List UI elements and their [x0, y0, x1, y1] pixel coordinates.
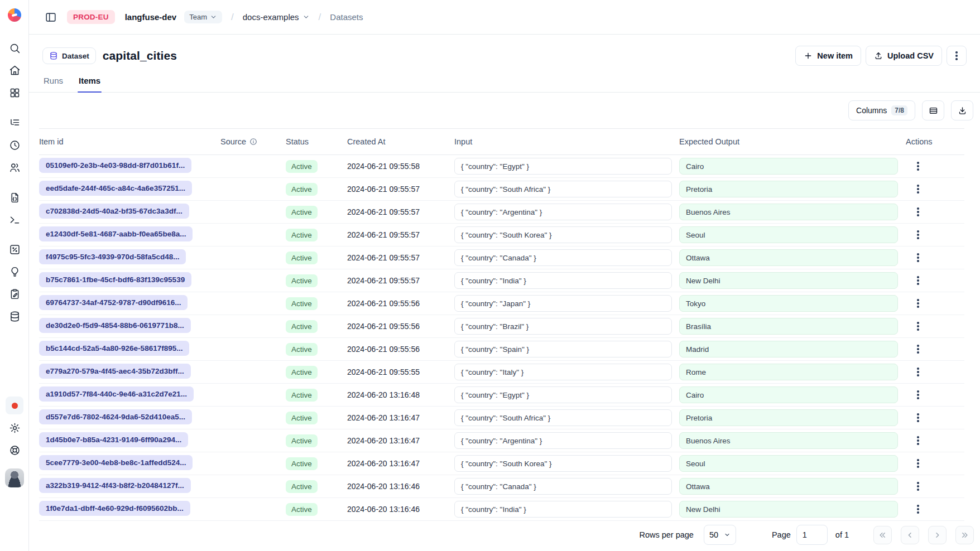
sidebar-item-prompts[interactable] — [6, 188, 23, 206]
sidebar-toggle-button[interactable] — [42, 9, 59, 26]
column-header-status[interactable]: Status — [286, 137, 347, 146]
sidebar-item-tracing[interactable] — [6, 114, 23, 132]
expected-output-value[interactable]: Brasília — [679, 318, 898, 335]
row-actions-button[interactable] — [910, 411, 926, 424]
org-name[interactable]: langfuse-dev — [125, 12, 177, 22]
row-actions-button[interactable] — [910, 228, 926, 241]
input-value[interactable]: { "country": "Italy" } — [454, 364, 672, 380]
row-actions-button[interactable] — [910, 274, 926, 287]
item-id-link[interactable]: e779a270-579a-4f45-aec4-35b72d3bff... — [39, 364, 191, 379]
sidebar-item-playground[interactable] — [6, 240, 23, 258]
row-actions-button[interactable] — [910, 320, 926, 333]
input-value[interactable]: { "country": "South Korea" } — [454, 455, 672, 472]
input-value[interactable]: { "country": "India" } — [454, 272, 672, 289]
row-actions-button[interactable] — [910, 160, 926, 173]
dataset-actions-button[interactable] — [947, 46, 967, 66]
org-type-badge[interactable]: Team — [184, 11, 222, 23]
item-id-link[interactable]: e12430df-5e81-4687-aabb-f0ea65be8a... — [39, 226, 193, 241]
sidebar-item-annotation[interactable] — [6, 285, 23, 303]
sidebar-item-sessions[interactable] — [6, 136, 23, 154]
item-id-link[interactable]: 1d45b0e7-b85a-4231-9149-6ff90a294... — [39, 432, 188, 447]
row-actions-button[interactable] — [910, 434, 926, 447]
expected-output-value[interactable]: Madrid — [679, 341, 898, 357]
row-actions-button[interactable] — [910, 297, 926, 310]
input-value[interactable]: { "country": "Japan" } — [454, 295, 672, 312]
input-value[interactable]: { "country": "Brazil" } — [454, 318, 672, 335]
page-input[interactable] — [796, 525, 828, 545]
input-value[interactable]: { "country": "Egypt" } — [454, 158, 672, 175]
expected-output-value[interactable]: Pretoria — [679, 181, 898, 197]
row-actions-button[interactable] — [910, 502, 926, 516]
sidebar-item-home[interactable] — [6, 61, 23, 79]
sidebar-item-settings[interactable] — [6, 419, 23, 437]
column-header-input[interactable]: Input — [454, 137, 679, 146]
sidebar-item-evaluation[interactable] — [6, 263, 23, 281]
item-id-link[interactable]: 1f0e7da1-dbff-4e60-929d-f6095602bb... — [39, 501, 190, 516]
tab-items[interactable]: Items — [78, 76, 102, 92]
input-value[interactable]: { "country": "Argentina" } — [454, 204, 672, 220]
expected-output-value[interactable]: Ottawa — [679, 478, 898, 495]
row-actions-button[interactable] — [910, 342, 926, 356]
input-value[interactable]: { "country": "Egypt" } — [454, 386, 672, 403]
row-actions-button[interactable] — [910, 457, 926, 470]
recording-indicator[interactable] — [6, 397, 23, 414]
input-value[interactable]: { "country": "Argentina" } — [454, 432, 672, 449]
breadcrumb-section[interactable]: Datasets — [330, 12, 363, 22]
item-id-link[interactable]: b5c144cd-52a5-4a80-926e-58617f895... — [39, 341, 189, 356]
input-value[interactable]: { "country": "India" } — [454, 501, 672, 518]
breadcrumb-project[interactable]: docs-examples — [243, 12, 310, 22]
item-id-link[interactable]: a322b319-9412-4f43-b8f2-b20484127f... — [39, 478, 191, 493]
expected-output-value[interactable]: Cairo — [679, 158, 898, 175]
columns-button[interactable]: Columns 7/8 — [848, 100, 915, 120]
expected-output-value[interactable]: Pretoria — [679, 409, 898, 426]
row-actions-button[interactable] — [910, 251, 926, 264]
input-value[interactable]: { "country": "Spain" } — [454, 341, 672, 357]
row-actions-button[interactable] — [910, 388, 926, 402]
first-page-button[interactable] — [873, 526, 892, 544]
expected-output-value[interactable]: Buenos Aires — [679, 432, 898, 449]
row-actions-button[interactable] — [910, 480, 926, 493]
previous-page-button[interactable] — [901, 526, 919, 544]
item-id-link[interactable]: d557e7d6-7802-4624-9da6-52d410ea5... — [39, 409, 192, 424]
input-value[interactable]: { "country": "South Africa" } — [454, 409, 672, 426]
expected-output-value[interactable]: Seoul — [679, 226, 898, 243]
rows-per-page-select[interactable]: 50 — [704, 525, 736, 545]
item-id-link[interactable]: b75c7861-1fbe-45cf-bdf6-83f139c95539 — [39, 272, 191, 287]
row-actions-button[interactable] — [910, 182, 926, 196]
column-header-expected-output[interactable]: Expected Output — [679, 137, 906, 146]
item-id-link[interactable]: 05109ef0-2e3b-4e03-98dd-8f7d01b61f... — [39, 158, 191, 173]
expected-output-value[interactable]: Rome — [679, 364, 898, 380]
sidebar-item-users[interactable] — [6, 158, 23, 176]
expected-output-value[interactable]: New Delhi — [679, 272, 898, 289]
item-id-link[interactable]: 69764737-34af-4752-9787-d90df9616... — [39, 295, 188, 310]
item-id-link[interactable]: a1910d57-7f84-440c-9e46-a31c2d7e21... — [39, 386, 194, 402]
column-header-source[interactable]: Source — [220, 137, 286, 146]
sidebar-item-search[interactable] — [6, 39, 23, 57]
sidebar-item-datasets[interactable] — [6, 307, 23, 325]
expected-output-value[interactable]: Tokyo — [679, 295, 898, 312]
expected-output-value[interactable]: Buenos Aires — [679, 204, 898, 220]
row-actions-button[interactable] — [910, 365, 926, 379]
upload-csv-button[interactable]: Upload CSV — [866, 46, 942, 66]
export-button[interactable] — [951, 100, 973, 120]
input-value[interactable]: { "country": "Canada" } — [454, 478, 672, 495]
item-id-link[interactable]: f4975c95-5fc3-4939-970d-58fa5cd48... — [39, 249, 186, 264]
input-value[interactable]: { "country": "Canada" } — [454, 249, 672, 266]
user-avatar[interactable] — [5, 468, 24, 487]
row-actions-button[interactable] — [910, 205, 926, 219]
column-header-created-at[interactable]: Created At — [347, 137, 454, 146]
tab-runs[interactable]: Runs — [42, 76, 64, 92]
next-page-button[interactable] — [928, 526, 947, 544]
item-id-link[interactable]: c702838d-24d5-40a2-bf35-67dc3a3df... — [39, 204, 189, 219]
row-height-button[interactable] — [922, 100, 944, 120]
column-header-item-id[interactable]: Item id — [39, 137, 220, 146]
expected-output-value[interactable]: New Delhi — [679, 501, 898, 518]
expected-output-value[interactable]: Seoul — [679, 455, 898, 472]
item-id-link[interactable]: de30d2e0-f5d9-4854-88b6-0619771b8... — [39, 318, 191, 333]
last-page-button[interactable] — [955, 526, 974, 544]
input-value[interactable]: { "country": "South Africa" } — [454, 181, 672, 197]
input-value[interactable]: { "country": "South Korea" } — [454, 226, 672, 243]
sidebar-item-dashboard[interactable] — [6, 84, 23, 102]
item-id-link[interactable]: 5cee7779-3e00-4eb8-be8c-1affedd524... — [39, 455, 193, 470]
expected-output-value[interactable]: Cairo — [679, 386, 898, 403]
